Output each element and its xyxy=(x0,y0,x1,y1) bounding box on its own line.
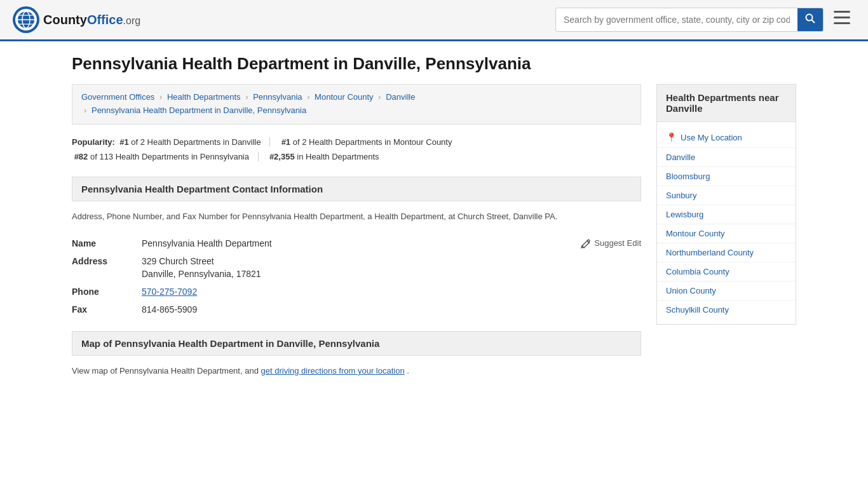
map-section-header: Map of Pennsylvania Health Department in… xyxy=(72,331,641,356)
search-area xyxy=(555,8,855,32)
hamburger-icon xyxy=(834,11,850,25)
search-box xyxy=(555,8,824,32)
pipe-2 xyxy=(258,152,261,161)
breadcrumb-item-2[interactable]: Pennsylvania xyxy=(253,92,302,102)
sidebar-item-schuylkill: Schuylkill County xyxy=(657,300,796,319)
address-line2: Danville, Pennsylvania, 17821 xyxy=(142,266,261,279)
pop-text-4: in Health Departments xyxy=(297,152,379,161)
map-desc-after: . xyxy=(407,366,409,376)
svg-rect-10 xyxy=(834,17,850,18)
driving-directions-link[interactable]: get driving directions from your locatio… xyxy=(261,366,405,376)
breadcrumb: Government Offices › Health Departments … xyxy=(72,84,641,125)
popularity-label: Popularity: xyxy=(72,137,115,147)
phone-value: 570-275-7092 xyxy=(142,283,483,301)
popularity-item-1: #1 of 2 Health Departments in Danville xyxy=(118,137,264,147)
breadcrumb-item-4[interactable]: Danville xyxy=(386,92,415,102)
svg-point-7 xyxy=(806,15,813,21)
breadcrumb-sep-0: › xyxy=(159,92,162,102)
svg-line-8 xyxy=(812,20,815,24)
contact-name-row: Name Pennsylvania Health Department Sugg… xyxy=(72,234,641,252)
sidebar: Health Departments near Danville 📍 Use M… xyxy=(656,84,796,377)
sidebar-link-lewisburg[interactable]: Lewisburg xyxy=(666,210,703,219)
fax-label: Fax xyxy=(72,301,142,318)
pop-rank-4: #2,355 xyxy=(269,152,295,161)
sidebar-link-bloomsburg[interactable]: Bloomsburg xyxy=(666,172,710,181)
address-line1: 329 Church Street xyxy=(142,256,214,266)
address-label: Address xyxy=(72,252,142,283)
pop-rank-3: #82 xyxy=(74,152,88,161)
breadcrumb-item-1[interactable]: Health Departments xyxy=(167,92,241,102)
sidebar-link-montour[interactable]: Montour County xyxy=(666,229,725,238)
breadcrumb-arrow: › xyxy=(84,105,86,115)
breadcrumb-item-5[interactable]: Pennsylvania Health Department in Danvil… xyxy=(92,105,306,115)
popularity-item-2: #1 of 2 Health Departments in Montour Co… xyxy=(281,137,452,147)
content-layout: Government Offices › Health Departments … xyxy=(72,84,796,377)
search-icon xyxy=(805,13,815,24)
logo-text: CountyOffice.org xyxy=(43,13,140,27)
logo-ext: .org xyxy=(123,15,141,26)
sidebar-link-schuylkill[interactable]: Schuylkill County xyxy=(666,305,729,315)
logo-icon xyxy=(13,6,39,33)
breadcrumb-item-0[interactable]: Government Offices xyxy=(81,92,154,102)
name-label: Name xyxy=(72,234,142,252)
sidebar-item-columbia: Columbia County xyxy=(657,262,796,281)
popularity-section: Popularity: #1 of 2 Health Departments i… xyxy=(72,135,641,165)
header: CountyOffice.org xyxy=(0,0,868,41)
sidebar-item-montour: Montour County xyxy=(657,224,796,243)
page-title: Pennsylvania Health Department in Danvil… xyxy=(72,54,796,74)
breadcrumb-item-3[interactable]: Montour County xyxy=(315,92,374,102)
sidebar-item-danville: Danville xyxy=(657,147,796,166)
phone-link[interactable]: 570-275-7092 xyxy=(142,287,197,297)
sidebar-use-location: 📍 Use My Location xyxy=(657,127,796,147)
contact-section-header: Pennsylvania Health Department Contact I… xyxy=(72,177,641,201)
sidebar-title-line1: Health Departments near xyxy=(666,92,779,103)
sidebar-links: 📍 Use My Location Danville Bloomsburg Su… xyxy=(656,122,796,325)
map-desc-before: View map of Pennsylvania Health Departme… xyxy=(72,366,259,376)
suggest-edit-cell: Suggest Edit xyxy=(483,234,641,318)
menu-button[interactable] xyxy=(829,8,855,31)
pop-text-3: of 113 Health Departments in Pennsylvani… xyxy=(90,152,249,161)
suggest-edit-label: Suggest Edit xyxy=(594,238,641,248)
logo-office: Office xyxy=(87,13,123,27)
sidebar-link-columbia[interactable]: Columbia County xyxy=(666,267,729,276)
sidebar-link-danville[interactable]: Danville xyxy=(666,152,695,162)
name-value: Pennsylvania Health Department xyxy=(142,234,483,252)
breadcrumb-sep-2: › xyxy=(307,92,309,102)
svg-rect-11 xyxy=(834,22,850,24)
location-pin-icon: 📍 xyxy=(666,132,677,142)
edit-icon xyxy=(581,238,591,248)
search-input[interactable] xyxy=(556,10,797,30)
pipe-1 xyxy=(269,137,273,147)
pop-rank-1: #1 xyxy=(119,137,128,147)
breadcrumb-sep-1: › xyxy=(245,92,248,102)
contact-table: Name Pennsylvania Health Department Sugg… xyxy=(72,234,641,318)
use-my-location-link[interactable]: Use My Location xyxy=(681,133,742,142)
pop-rank-2: #1 xyxy=(281,137,290,147)
sidebar-link-sunbury[interactable]: Sunbury xyxy=(666,191,696,200)
logo-area: CountyOffice.org xyxy=(13,6,140,33)
sidebar-title: Health Departments near Danville xyxy=(656,84,796,122)
sidebar-item-northumberland: Northumberland County xyxy=(657,243,796,262)
address-value: 329 Church Street Danville, Pennsylvania… xyxy=(142,252,483,283)
phone-label: Phone xyxy=(72,283,142,301)
breadcrumb-sep-3: › xyxy=(378,92,381,102)
sidebar-title-line2: Danville xyxy=(666,103,703,114)
main-container: Pennsylvania Health Department in Danvil… xyxy=(53,41,815,390)
sidebar-item-bloomsburg: Bloomsburg xyxy=(657,166,796,186)
pop-text-2: of 2 Health Departments in Montour Count… xyxy=(293,137,452,147)
fax-value: 814-865-5909 xyxy=(142,301,483,318)
sidebar-item-sunbury: Sunbury xyxy=(657,186,796,205)
sidebar-item-lewisburg: Lewisburg xyxy=(657,205,796,224)
sidebar-link-union[interactable]: Union County xyxy=(666,286,716,295)
svg-rect-9 xyxy=(834,11,850,13)
sidebar-link-northumberland[interactable]: Northumberland County xyxy=(666,248,754,257)
contact-description: Address, Phone Number, and Fax Number fo… xyxy=(72,210,641,223)
pop-text-1: of 2 Health Departments in Danville xyxy=(131,137,261,147)
suggest-edit-button[interactable]: Suggest Edit xyxy=(581,238,641,248)
popularity-item-4: #2,355 in Health Departments xyxy=(269,152,379,161)
search-button[interactable] xyxy=(797,8,823,31)
popularity-item-3: #82 of 113 Health Departments in Pennsyl… xyxy=(72,152,252,161)
main-content: Government Offices › Health Departments … xyxy=(72,84,641,377)
sidebar-item-union: Union County xyxy=(657,281,796,300)
map-description: View map of Pennsylvania Health Departme… xyxy=(72,365,641,377)
